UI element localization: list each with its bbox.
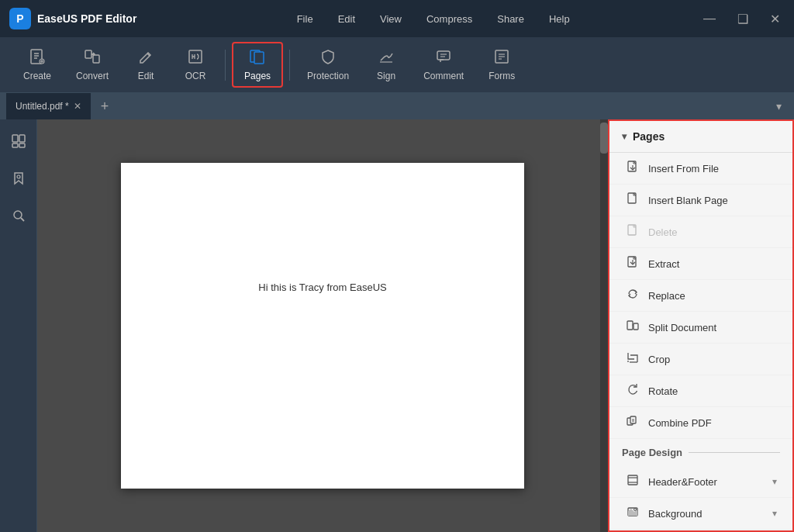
edit-button[interactable]: Edit (123, 43, 169, 86)
svg-rect-7 (85, 50, 91, 58)
panel-pages-title: Pages (633, 130, 665, 143)
insert-from-file-item[interactable]: Insert From File (609, 153, 792, 185)
insert-blank-icon (625, 192, 640, 208)
thumbnail-panel-icon[interactable] (6, 129, 31, 154)
app-logo: P EaseUS PDF Editor (9, 8, 136, 29)
rotate-icon (625, 383, 640, 399)
extract-item[interactable]: Extract (609, 248, 792, 280)
svg-line-28 (21, 218, 24, 221)
forms-button[interactable]: Forms (478, 43, 526, 86)
combine-icon (625, 415, 640, 430)
header-footer-item[interactable]: Header&Footer ▾ (609, 466, 792, 498)
right-panel: ▾ Pages Insert From File Inser (608, 119, 794, 532)
pages-label: Pages (244, 71, 271, 81)
delete-icon (625, 224, 640, 240)
svg-rect-8 (93, 55, 99, 63)
scroll-thumb[interactable] (600, 123, 608, 154)
header-footer-icon (625, 474, 640, 489)
separator-2 (289, 50, 290, 81)
edit-icon (137, 48, 154, 67)
svg-rect-13 (254, 52, 264, 64)
edit-label: Edit (138, 71, 154, 81)
background-item[interactable]: Background ▾ (609, 498, 792, 530)
titlebar-nav: File Edit View Compress Share Help (167, 13, 699, 25)
maximize-button[interactable]: ❑ (733, 10, 753, 28)
scroll-bar-right[interactable] (600, 119, 608, 532)
split-document-item[interactable]: Split Document (609, 312, 792, 344)
background-arrow: ▾ (772, 508, 777, 519)
separator-1 (225, 50, 226, 81)
window-controls: — ❑ ✕ (699, 10, 785, 28)
combine-pdf-item[interactable]: Combine PDF (609, 407, 792, 439)
crop-item[interactable]: Crop (609, 344, 792, 375)
logo-icon: P (9, 8, 31, 29)
background-label: Background (648, 508, 702, 520)
titlebar: P EaseUS PDF Editor File Edit View Compr… (0, 0, 794, 37)
create-icon (29, 48, 46, 67)
collapse-icon: ▾ (622, 131, 627, 142)
pages-button[interactable]: Pages (232, 42, 283, 88)
protection-label: Protection (307, 71, 349, 81)
ocr-button[interactable]: OCR (172, 43, 219, 86)
delete-label: Delete (648, 226, 678, 238)
nav-share[interactable]: Share (497, 13, 524, 25)
create-button[interactable]: Create (12, 43, 62, 86)
bookmark-panel-icon[interactable] (6, 166, 31, 191)
nav-help[interactable]: Help (549, 13, 570, 25)
svg-rect-24 (12, 143, 18, 147)
protection-button[interactable]: Protection (296, 43, 360, 86)
replace-label: Replace (648, 290, 685, 302)
tab-close-button[interactable]: ✕ (74, 101, 81, 112)
search-panel-icon[interactable] (6, 203, 31, 228)
nav-view[interactable]: View (380, 13, 402, 25)
svg-rect-36 (633, 323, 638, 330)
replace-item[interactable]: Replace (609, 280, 792, 312)
background-icon (625, 506, 640, 521)
combine-pdf-label: Combine PDF (648, 417, 712, 429)
ocr-icon (187, 48, 204, 67)
svg-rect-25 (19, 143, 25, 147)
convert-label: Convert (76, 71, 109, 81)
nav-edit[interactable]: Edit (338, 13, 355, 25)
nav-file[interactable]: File (297, 13, 313, 25)
nav-compress[interactable]: Compress (426, 13, 472, 25)
insert-file-icon (625, 161, 640, 176)
panel-pages-header[interactable]: ▾ Pages (609, 121, 792, 153)
delete-item[interactable]: Delete (609, 216, 792, 248)
forms-label: Forms (488, 71, 515, 81)
tabbar: Untitled.pdf * ✕ + ▾ (0, 93, 794, 119)
app-title: EaseUS PDF Editor (37, 12, 136, 25)
insert-blank-page-label: Insert Blank Page (648, 195, 728, 206)
svg-rect-15 (437, 51, 450, 60)
comment-button[interactable]: Comment (413, 43, 475, 86)
ocr-label: OCR (185, 71, 206, 81)
svg-point-26 (17, 175, 20, 178)
svg-rect-11 (189, 50, 202, 63)
split-document-label: Split Document (648, 322, 716, 333)
main-area: Hi this is Tracy from EaseUS ▾ Pages Ins… (0, 119, 794, 532)
tab-untitled-pdf[interactable]: Untitled.pdf * ✕ (6, 93, 91, 119)
svg-point-27 (14, 211, 22, 219)
svg-rect-35 (627, 321, 633, 330)
header-footer-label: Header&Footer (648, 476, 717, 488)
protection-icon (319, 48, 337, 67)
tab-add-button[interactable]: + (91, 98, 119, 115)
tab-dropdown-button[interactable]: ▾ (770, 100, 788, 112)
comment-icon (435, 48, 452, 67)
close-button[interactable]: ✕ (765, 10, 785, 28)
minimize-button[interactable]: — (699, 10, 720, 27)
page-design-title: Page Design (622, 447, 682, 458)
rotate-item[interactable]: Rotate (609, 375, 792, 407)
crop-label: Crop (648, 354, 670, 365)
pdf-page: Hi this is Tracy from EaseUS (121, 163, 524, 489)
forms-icon (493, 48, 510, 67)
pages-icon (249, 48, 266, 67)
insert-from-file-label: Insert From File (648, 163, 719, 174)
header-footer-arrow: ▾ (772, 476, 777, 487)
convert-button[interactable]: Convert (65, 43, 119, 86)
pdf-content-text: Hi this is Tracy from EaseUS (258, 281, 386, 292)
insert-blank-page-item[interactable]: Insert Blank Page (609, 185, 792, 216)
sign-button[interactable]: Sign (363, 43, 409, 86)
rotate-label: Rotate (648, 385, 678, 397)
split-icon (625, 320, 640, 335)
